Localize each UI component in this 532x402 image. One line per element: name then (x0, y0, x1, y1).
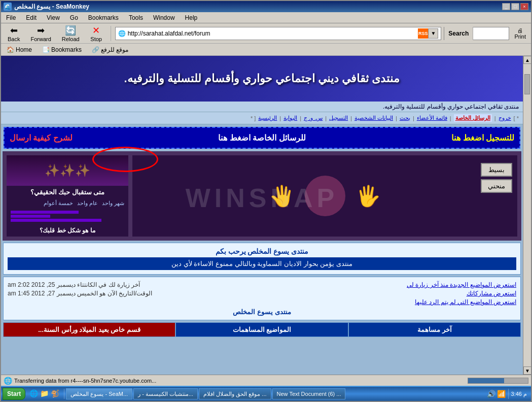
menu-file[interactable]: File (4, 13, 18, 22)
info-row-visit: استعرض المواضيع الجديدة منذ آخر زيارة لي… (8, 281, 516, 288)
poll-options: شهر واحد عام واحد خمسة أعوام (7, 198, 128, 208)
banner-right-text: للتسجيل اضغط هنا (451, 133, 514, 142)
reload-label: Reload (62, 36, 80, 42)
title-bar: 🌊 يسوع المخلص - SeaMonkey _ □ × (1, 1, 531, 12)
taskbar-item-1[interactable]: يسوع المخلص - SeaM... (66, 388, 132, 399)
status-text: Transferring data from r4----sn-5hn7sne7… (14, 378, 156, 384)
window-title: يسوع المخلص - SeaMonkey (14, 3, 89, 10)
bottom-tab-topics[interactable]: المواضيع المساهمات (175, 322, 348, 337)
stop-button[interactable]: ✕ Stop (86, 24, 107, 43)
welcome-title: منتدى يسوع المخلص يرحب بكم (8, 247, 516, 255)
breadcrumb-text: منتدى ثقافي اجتماعي حواري وأقسام للتسلية… (383, 103, 519, 110)
toolbar-separator (111, 26, 111, 41)
scroll-down-arrow[interactable]: ▼ (523, 366, 531, 375)
buttons-panel: بسيط منحني (481, 163, 512, 193)
hands-image: 🖐 🖐 (269, 176, 381, 216)
nav-links: * ] خروج | الرسائل الخاصة | فائمة الأعضا… (251, 114, 519, 122)
start-button[interactable]: Start (3, 388, 25, 400)
browse-subscribed-link[interactable]: استعرض مشاركاتك (467, 290, 516, 297)
nav-link-faq[interactable]: س. و. ج (304, 115, 323, 121)
bookmark-home[interactable]: 🏠 Home (4, 45, 35, 55)
back-button[interactable]: ⬅ Back (4, 24, 24, 43)
bottom-tab-last[interactable]: آخر مساهمة (348, 322, 521, 337)
window-controls[interactable]: _ □ × (502, 3, 528, 10)
rss-button[interactable]: RSS (418, 28, 428, 39)
poll-image: ✨✨✨ (7, 155, 128, 186)
browser-content: منتدى ثقافي ديني اجتماعي حواري وأقسام لل… (1, 56, 523, 375)
banner-middle: للرسائل الخاصة اضغط هنا (218, 133, 305, 143)
nav-link-portal[interactable]: البوابة (283, 115, 297, 121)
poll-bar-1 (11, 211, 79, 214)
nav-link-search[interactable]: بحث (400, 115, 410, 121)
nav-link-home[interactable]: الرئيسية (258, 115, 277, 121)
taskbar-icons: 🌐 📁 🐒 (27, 389, 62, 398)
forward-button[interactable]: ➡ Forward (26, 24, 55, 43)
info-row-unreplied: استعرض المواضيع التي لم يتم الرد عليها (8, 298, 516, 306)
menu-view[interactable]: View (44, 13, 62, 22)
taskbar-item-2[interactable]: منتشبات الكنيسسة - ر... (133, 388, 198, 399)
nav-link-logout[interactable]: خروج (499, 115, 511, 121)
forum-header: منتدى ثقافي ديني اجتماعي حواري وأقسام لل… (1, 56, 523, 102)
banner-middle-text: للرسائل الخاصة اضغط هنا (218, 133, 305, 142)
menu-bookmarks[interactable]: Bookmarks (86, 13, 121, 22)
taskbar-right: 🔊 📶 3:46 م (484, 389, 529, 399)
go-button[interactable]: ▼ (428, 28, 438, 39)
browse-new-link[interactable]: استعرض المواضيع الجديدة منذ آخر زيارة لي (407, 281, 516, 288)
content-area: منتدى ثقافي ديني اجتماعي حواري وأقسام لل… (1, 56, 531, 375)
nav-link-register[interactable]: التسجيل (329, 115, 348, 121)
taskbar-item-4[interactable]: New Text Document (6) ... (272, 388, 346, 399)
nav-link-profile[interactable]: البيانات الشخصية (354, 115, 393, 121)
menu-tools[interactable]: Tools (126, 13, 146, 22)
bookmark-bookmarks[interactable]: 📑 Bookmarks (39, 45, 85, 55)
maximize-button[interactable]: □ (511, 3, 519, 10)
scroll-thumb[interactable] (524, 74, 530, 94)
bookmark-upload-label: موقع للرفع (101, 46, 128, 53)
taskbar-items: يسوع المخلص - SeaM... منتشبات الكنيسسة -… (66, 388, 482, 399)
reload-icon: 🔄 (65, 25, 76, 36)
tray-icon-2[interactable]: 📶 (497, 390, 506, 398)
browser-window: 🌊 يسوع المخلص - SeaMonkey _ □ × File Edi… (0, 0, 532, 402)
status-icon: 🌐 (4, 377, 12, 385)
taskbar-item-3[interactable]: موقع الحق والضلال افلام ... (199, 388, 271, 399)
taskbar-icon-ie[interactable]: 🌐 (29, 389, 39, 398)
status-left: 🌐 Transferring data from r4----sn-5hn7sn… (4, 377, 156, 385)
menu-go[interactable]: Go (67, 13, 81, 22)
btn-simple[interactable]: بسيط (481, 163, 512, 177)
menu-help[interactable]: Help (183, 13, 200, 22)
browse-unreplied-link[interactable]: استعرض المواضيع التي لم يتم الرد عليها (415, 298, 516, 306)
info-section: استعرض المواضيع الجديدة منذ آخر زيارة لي… (3, 277, 521, 320)
menu-window[interactable]: Window (151, 13, 178, 22)
search-input[interactable] (473, 30, 509, 37)
print-button[interactable]: 🖨 Print (512, 26, 528, 41)
glow-effect (305, 176, 345, 216)
scrollbar-vertical[interactable]: ▲ ▼ (523, 56, 531, 375)
search-button[interactable]: Search (444, 27, 473, 40)
scroll-up-arrow[interactable]: ▲ (523, 56, 531, 64)
taskbar-icon-monkey[interactable]: 🐒 (51, 389, 60, 398)
forum-header-text: منتدى ثقافي ديني اجتماعي حواري وأقسام لل… (124, 72, 400, 85)
menu-edit[interactable]: Edit (23, 13, 39, 22)
forward-icon: ➡ (37, 25, 45, 36)
print-label: Print (514, 34, 526, 40)
page-container: منتدى ثقافي ديني اجتماعي حواري وأقسام لل… (1, 56, 523, 375)
bottom-tabs: قسم خاص بعيد الميلاد ورأس السنة... الموا… (3, 322, 521, 337)
taskbar-tray: 🔊 📶 (487, 390, 506, 398)
minimize-button[interactable]: _ (502, 3, 510, 10)
close-button[interactable]: × (520, 3, 528, 10)
reload-button[interactable]: 🔄 Reload (58, 24, 84, 43)
taskbar-icon-folder[interactable]: 📁 (40, 389, 49, 398)
taskbar-clock: 3:46 م (511, 391, 527, 397)
nav-link-members[interactable]: فائمة الأعضاء (417, 115, 447, 121)
bookmark-bookmarks-label: Bookmarks (51, 46, 82, 53)
tray-icon-1[interactable]: 🔊 (487, 390, 495, 398)
bookmark-upload[interactable]: 🔗 موقع للرفع (89, 45, 131, 55)
bottom-tab-special[interactable]: قسم خاص بعيد الميلاد ورأس السنة... (3, 322, 175, 337)
title-bar-left: 🌊 يسوع المخلص - SeaMonkey (4, 3, 89, 11)
status-progress-fill (468, 378, 504, 383)
btn-curved[interactable]: منحني (481, 179, 512, 193)
status-bar: 🌐 Transferring data from r4----sn-5hn7sn… (1, 375, 531, 386)
address-input[interactable] (128, 30, 418, 37)
status-progress-bar (468, 378, 528, 384)
nav-link-pm[interactable]: الرسائل الخاصة (454, 114, 492, 122)
back-label: Back (8, 36, 20, 42)
